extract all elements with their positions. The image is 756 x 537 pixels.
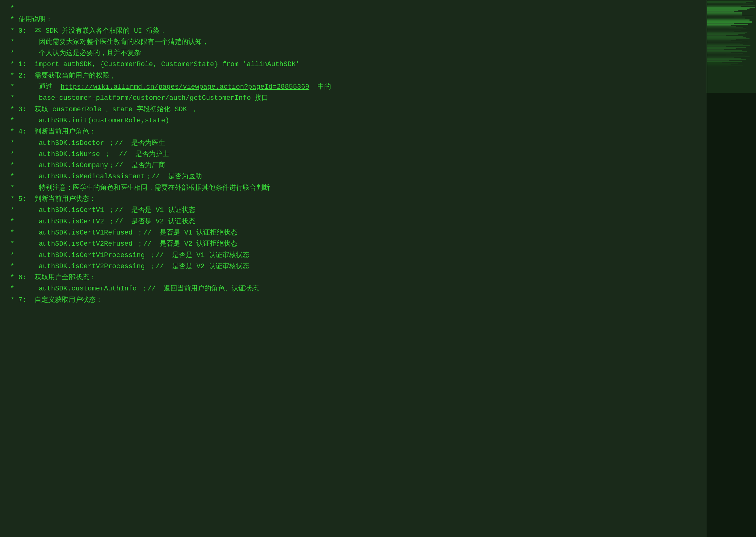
asterisk: * bbox=[6, 283, 19, 294]
asterisk: * bbox=[6, 138, 19, 149]
code-line: * authSDK.isCertV1Refused ；// 是否是 V1 认证拒… bbox=[6, 227, 706, 238]
code-text: 个人认为这是必要的，且并不复杂 bbox=[19, 48, 141, 59]
code-line: * 0: 本 SDK 并没有嵌入各个权限的 UI 渲染， bbox=[6, 26, 706, 37]
asterisk: * bbox=[6, 37, 19, 48]
code-text: 使用说明： bbox=[19, 14, 53, 25]
code-line: * authSDK.isNurse ； // 是否为护士 bbox=[6, 149, 706, 160]
code-line: * 2: 需要获取当前用户的权限， bbox=[6, 70, 706, 82]
code-line: * bbox=[6, 3, 706, 14]
asterisk: * bbox=[6, 126, 19, 138]
code-text: authSDK.isCertV2 ；// 是否是 V2 认证状态 bbox=[19, 216, 195, 227]
code-line: * 使用说明： bbox=[6, 14, 706, 25]
code-text: 因此需要大家对整个医生教育的权限有一个清楚的认知， bbox=[19, 37, 209, 48]
code-text: authSDK.isCertV2Refused ；// 是否是 V2 认证拒绝状… bbox=[19, 238, 237, 250]
minimap-content bbox=[706, 0, 756, 69]
asterisk: * bbox=[6, 93, 19, 104]
asterisk: * bbox=[6, 3, 16, 14]
code-text: authSDK.isCertV1Refused ；// 是否是 V1 认证拒绝状… bbox=[19, 227, 237, 238]
asterisk: * bbox=[6, 261, 19, 272]
keyword-from: from bbox=[222, 59, 239, 70]
code-text: base-customer-platform/customer/auth/get… bbox=[19, 93, 269, 104]
code-text: authSDK.isCertV2Processing ；// 是否是 V2 认证… bbox=[19, 261, 249, 272]
code-text: 0: 本 SDK 并没有嵌入各个权限的 UI 渲染， bbox=[19, 26, 167, 37]
code-text: 4: 判断当前用户角色： bbox=[19, 126, 96, 138]
code-text: 中的 bbox=[309, 82, 331, 93]
code-line: * 特别注意：医学生的角色和医生相同，需要在外部根据其他条件进行联合判断 bbox=[6, 183, 706, 194]
asterisk: * bbox=[6, 59, 19, 70]
code-text: authSDK.isCertV1 ；// 是否是 V1 认证状态 bbox=[19, 205, 195, 216]
asterisk: * bbox=[6, 295, 19, 306]
asterisk: * bbox=[6, 272, 19, 283]
code-line: * authSDK.customerAuthInfo ；// 返回当前用户的角色… bbox=[6, 283, 706, 294]
asterisk: * bbox=[6, 48, 19, 59]
asterisk: * bbox=[6, 194, 19, 205]
code-line: * 因此需要大家对整个医生教育的权限有一个清楚的认知， bbox=[6, 37, 706, 48]
code-line: * 3: 获取 customerRole 、state 字段初始化 SDK ， bbox=[6, 104, 706, 115]
code-line: * 通过 https://wiki.allinmd.cn/pages/viewp… bbox=[6, 82, 706, 93]
asterisk: * bbox=[6, 238, 19, 250]
code-line: * 7: 自定义获取用户状态： bbox=[6, 295, 706, 306]
code-text: authSDK.isNurse ； // 是否为护士 bbox=[19, 149, 169, 160]
asterisk: * bbox=[6, 149, 19, 160]
code-line: * authSDK.isCertV2Refused ；// 是否是 V2 认证拒… bbox=[6, 238, 706, 250]
code-editor[interactable]: * * 使用说明： * 0: 本 SDK 并没有嵌入各个权限的 UI 渲染， *… bbox=[0, 0, 706, 537]
code-text: authSDK.init(customerRole,state) bbox=[19, 115, 169, 126]
asterisk: * bbox=[6, 14, 19, 25]
asterisk: * bbox=[6, 205, 19, 216]
code-line: * base-customer-platform/customer/auth/g… bbox=[6, 93, 706, 104]
minimap[interactable] bbox=[706, 0, 756, 537]
wiki-link[interactable]: https://wiki.allinmd.cn/pages/viewpage.a… bbox=[60, 82, 309, 93]
code-text: 3: 获取 customerRole 、state 字段初始化 SDK ， bbox=[19, 104, 198, 115]
code-text: 1: import authSDK, {CustomerRole, Custom… bbox=[19, 59, 222, 70]
code-text: 通过 bbox=[19, 82, 60, 93]
code-line: * authSDK.isCertV2Processing ；// 是否是 V2 … bbox=[6, 261, 706, 272]
code-text: 6: 获取用户全部状态： bbox=[19, 272, 96, 283]
asterisk: * bbox=[6, 216, 19, 227]
asterisk: * bbox=[6, 171, 19, 182]
asterisk: * bbox=[6, 227, 19, 238]
code-text: 'allinAuthSDK' bbox=[239, 59, 300, 70]
asterisk: * bbox=[6, 70, 19, 82]
code-text: 7: 自定义获取用户状态： bbox=[19, 295, 103, 306]
asterisk: * bbox=[6, 82, 19, 93]
code-line: * authSDK.isCertV1 ；// 是否是 V1 认证状态 bbox=[6, 205, 706, 216]
code-line: * authSDK.init(customerRole,state) bbox=[6, 115, 706, 126]
code-line: * 个人认为这是必要的，且并不复杂 bbox=[6, 48, 706, 59]
code-line: * authSDK.isDoctor ；// 是否为医生 bbox=[6, 138, 706, 149]
code-text: authSDK.isCertV1Processing ；// 是否是 V1 认证… bbox=[19, 250, 249, 261]
asterisk: * bbox=[6, 250, 19, 261]
code-text: authSDK.isCompany；// 是否为厂商 bbox=[19, 160, 165, 171]
asterisk: * bbox=[6, 183, 19, 194]
asterisk: * bbox=[6, 104, 19, 115]
minimap-viewport bbox=[706, 0, 756, 93]
code-text: authSDK.customerAuthInfo ；// 返回当前用户的角色、认… bbox=[19, 283, 259, 294]
asterisk: * bbox=[6, 160, 19, 171]
code-text: authSDK.isDoctor ；// 是否为医生 bbox=[19, 138, 165, 149]
code-line: * authSDK.isMedicalAssistant；// 是否为医助 bbox=[6, 171, 706, 182]
code-text: authSDK.isMedicalAssistant；// 是否为医助 bbox=[19, 171, 202, 182]
code-line: * 6: 获取用户全部状态： bbox=[6, 272, 706, 283]
code-text: 5: 判断当前用户状态： bbox=[19, 194, 96, 205]
code-line: * 5: 判断当前用户状态： bbox=[6, 194, 706, 205]
code-line: * authSDK.isCertV1Processing ；// 是否是 V1 … bbox=[6, 250, 706, 261]
code-line: * authSDK.isCertV2 ；// 是否是 V2 认证状态 bbox=[6, 216, 706, 227]
code-text: 特别注意：医学生的角色和医生相同，需要在外部根据其他条件进行联合判断 bbox=[19, 183, 270, 194]
code-line: * 1: import authSDK, {CustomerRole, Cust… bbox=[6, 59, 706, 70]
editor-container: * * 使用说明： * 0: 本 SDK 并没有嵌入各个权限的 UI 渲染， *… bbox=[0, 0, 756, 537]
code-line: * authSDK.isCompany；// 是否为厂商 bbox=[6, 160, 706, 171]
asterisk: * bbox=[6, 26, 19, 37]
asterisk: * bbox=[6, 115, 19, 126]
code-line: * 4: 判断当前用户角色： bbox=[6, 126, 706, 138]
code-text: 2: 需要获取当前用户的权限， bbox=[19, 70, 116, 82]
